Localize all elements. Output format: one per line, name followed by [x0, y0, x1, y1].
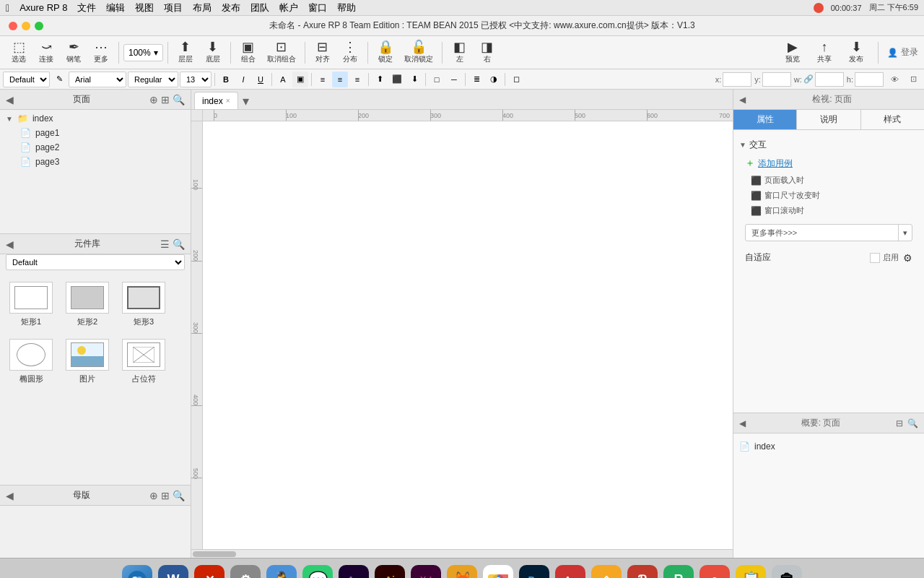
menu-file[interactable]: 文件: [77, 1, 96, 14]
style-select[interactable]: Default: [3, 72, 50, 87]
page-index[interactable]: ▼ 📁 index: [0, 111, 191, 126]
widget-image[interactable]: 图片: [62, 336, 113, 387]
more-tool[interactable]: ⋯ 更多: [88, 38, 114, 67]
close-button[interactable]: [9, 22, 17, 30]
menu-publish[interactable]: 发布: [222, 1, 240, 14]
menu-help[interactable]: 帮助: [337, 1, 356, 14]
pages-search-icon[interactable]: 🔍: [173, 94, 185, 105]
italic-btn[interactable]: I: [235, 72, 251, 87]
zoom-control[interactable]: 100% ▾: [123, 44, 163, 61]
dock-word[interactable]: W: [157, 564, 190, 579]
main-canvas[interactable]: [203, 121, 733, 549]
pen-tool[interactable]: ✒ 钢笔: [61, 38, 87, 67]
add-example-link[interactable]: 添加用例: [758, 158, 793, 170]
tab-style[interactable]: 样式: [861, 110, 924, 129]
pages-folder-icon[interactable]: ⊞: [161, 94, 170, 105]
interaction-window-resize[interactable]: ⬛ 窗口尺寸改变时: [739, 188, 918, 203]
page-page1[interactable]: 📄 page1: [0, 126, 191, 140]
apple-icon[interactable]: : [6, 2, 9, 14]
lock-tool[interactable]: 🔒 锁定: [372, 38, 398, 67]
lock-ratio-icon[interactable]: 🔗: [803, 74, 814, 84]
font-color-btn[interactable]: A: [275, 72, 291, 87]
widgets-search-icon[interactable]: 🔍: [173, 238, 185, 250]
dock-after-effects[interactable]: Ae: [337, 564, 370, 579]
align-right-btn[interactable]: ≡: [349, 72, 365, 87]
bullet-btn[interactable]: ≣: [468, 72, 484, 87]
valign-top-btn[interactable]: ⬆: [372, 72, 388, 87]
pages-collapse-icon[interactable]: ◀: [6, 94, 14, 105]
dock-chrome[interactable]: [481, 564, 515, 579]
overview-collapse-icon[interactable]: ◀: [739, 418, 746, 428]
overview-filter-icon[interactable]: ⊟: [896, 418, 903, 428]
valign-mid-btn[interactable]: ⬛: [389, 72, 405, 87]
w-input[interactable]: [815, 72, 844, 87]
dock-notes[interactable]: 📋: [734, 564, 767, 579]
x-input[interactable]: [723, 72, 751, 87]
hide-btn[interactable]: 👁: [886, 72, 902, 87]
tab-close-btn[interactable]: ×: [226, 97, 230, 105]
menu-axure[interactable]: Axure RP 8: [19, 2, 67, 13]
right-tool[interactable]: ◨ 右: [474, 38, 500, 67]
border-style-btn[interactable]: ─: [446, 72, 462, 87]
left-tool[interactable]: ◧ 左: [447, 38, 473, 67]
dock-trash[interactable]: 🗑: [770, 564, 803, 579]
size-select[interactable]: 13: [180, 72, 212, 87]
widgets-collapse-icon[interactable]: ◀: [6, 238, 14, 250]
more-events-dropdown[interactable]: 更多事件>>> ▾: [745, 224, 912, 241]
select-tool[interactable]: ⬚ 选选: [6, 38, 32, 67]
ungroup-tool[interactable]: ⊡ 取消组合: [263, 38, 300, 67]
tab-notes[interactable]: 说明: [797, 110, 860, 129]
align-center-btn[interactable]: ≡: [332, 72, 348, 87]
dock-firefox[interactable]: 🦊: [445, 564, 479, 579]
shadow-btn[interactable]: ◻: [508, 72, 524, 87]
pages-add-icon[interactable]: ⊕: [149, 94, 158, 105]
right-collapse-icon[interactable]: ◀: [739, 95, 746, 105]
group-tool[interactable]: ▣ 组合: [235, 38, 261, 67]
h-input[interactable]: [855, 72, 884, 87]
masters-collapse-icon[interactable]: ◀: [6, 490, 14, 501]
lock-position-btn[interactable]: ⊡: [905, 72, 921, 87]
dock-reeder[interactable]: R: [662, 564, 695, 579]
fill-color-btn[interactable]: ▣: [292, 72, 308, 87]
widget-rect2[interactable]: 矩形2: [62, 279, 113, 330]
login-button[interactable]: 👤 登录: [887, 46, 918, 59]
maximize-button[interactable]: [35, 22, 43, 30]
widget-rect1[interactable]: 矩形1: [6, 279, 56, 330]
dock-axure[interactable]: Ax: [554, 564, 587, 579]
share-tool[interactable]: ↑ 共享: [811, 38, 837, 67]
masters-add-icon[interactable]: ⊕: [149, 490, 158, 501]
edit-style-btn[interactable]: ✎: [51, 72, 67, 87]
add-example-icon[interactable]: ＋: [745, 157, 755, 170]
distribute-tool[interactable]: ⋮ 分布: [337, 38, 363, 67]
border-color-btn[interactable]: □: [429, 72, 445, 87]
y-input[interactable]: [762, 72, 791, 87]
widget-ellipse[interactable]: 椭圆形: [6, 336, 56, 387]
dock-qq[interactable]: 🐧: [265, 564, 298, 579]
dock-photoshop[interactable]: Ps: [518, 564, 551, 579]
top-layer-tool[interactable]: ⬆ 层层: [173, 38, 199, 67]
tab-index[interactable]: index ×: [194, 92, 238, 109]
dock-xd[interactable]: Xd: [409, 564, 443, 579]
masters-search-icon[interactable]: 🔍: [173, 490, 185, 501]
interaction-page-load[interactable]: ⬛ 页面载入时: [739, 173, 918, 188]
widgets-menu-icon[interactable]: ☰: [160, 238, 170, 250]
font-select[interactable]: Arial: [69, 72, 126, 87]
tab-properties[interactable]: 属性: [733, 110, 797, 129]
page-nav-arrow[interactable]: ▾: [243, 93, 249, 109]
page-page3[interactable]: 📄 page3: [0, 155, 191, 169]
bold-btn[interactable]: B: [218, 72, 234, 87]
overview-search-icon[interactable]: 🔍: [907, 418, 918, 428]
interaction-section-header[interactable]: ▼ 交互: [739, 136, 918, 154]
opacity-btn[interactable]: ◑: [486, 72, 502, 87]
menu-edit[interactable]: 编辑: [106, 1, 125, 14]
menu-window[interactable]: 窗口: [308, 1, 327, 14]
horizontal-scrollbar[interactable]: [191, 549, 733, 558]
minimize-button[interactable]: [22, 22, 30, 30]
interaction-window-scroll[interactable]: ⬛ 窗口滚动时: [739, 203, 918, 218]
dock-xmind[interactable]: ✕: [193, 564, 226, 579]
menu-view[interactable]: 视图: [135, 1, 154, 14]
weight-select[interactable]: Regular: [128, 72, 178, 87]
menu-layout[interactable]: 布局: [193, 1, 212, 14]
align-left-btn[interactable]: ≡: [315, 72, 331, 87]
dock-sketch[interactable]: ◇: [590, 564, 623, 579]
